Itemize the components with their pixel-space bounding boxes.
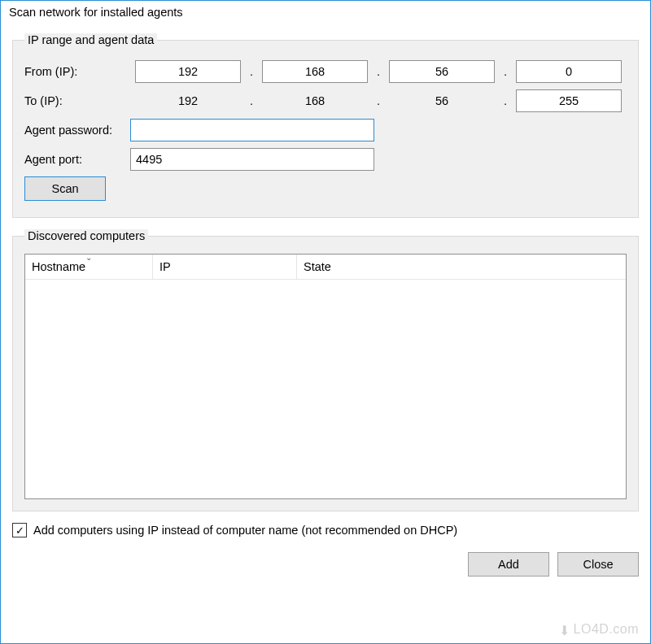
dot-icon: .: [500, 94, 511, 107]
add-button[interactable]: Add: [468, 552, 549, 577]
to-ip-label: To (IP):: [24, 94, 130, 107]
watermark: ⬇LO4D.com: [559, 621, 639, 637]
row-actions: Add Close: [12, 552, 639, 577]
to-ip-octet-3: 56: [389, 94, 495, 107]
dot-icon: .: [373, 65, 384, 78]
use-ip-checkbox[interactable]: ✓: [12, 523, 27, 537]
agent-password-input[interactable]: [130, 119, 374, 141]
agent-port-input[interactable]: [130, 148, 374, 171]
dot-icon: .: [246, 94, 257, 107]
group-discovered-legend: Discovered computers: [24, 229, 148, 242]
row-scan: Scan: [24, 176, 627, 201]
discovered-list-header: ⌄ Hostname IP State: [25, 255, 626, 280]
watermark-text: LO4D.com: [574, 622, 639, 636]
column-header-hostname[interactable]: ⌄ Hostname: [25, 255, 153, 279]
client-area: IP range and agent data From (IP): . . .…: [1, 22, 650, 585]
sort-indicator-icon: ⌄: [85, 254, 92, 262]
row-agent-password: Agent password:: [24, 118, 627, 142]
from-ip-octet-1[interactable]: [135, 60, 241, 83]
column-header-ip[interactable]: IP: [153, 255, 297, 279]
close-button[interactable]: Close: [557, 552, 639, 577]
column-header-state-label: State: [304, 260, 331, 273]
group-ip-range-legend: IP range and agent data: [24, 33, 157, 46]
title-bar: Scan network for installed agents: [1, 1, 650, 22]
group-discovered: Discovered computers ⌄ Hostname IP State: [12, 229, 639, 511]
row-to-ip: To (IP): 192 . 168 . 56 .: [24, 89, 627, 113]
from-ip-octet-3[interactable]: [389, 60, 495, 83]
row-agent-port: Agent port:: [24, 147, 627, 172]
from-ip-octet-4[interactable]: [516, 60, 622, 83]
column-header-state[interactable]: State: [297, 255, 626, 279]
scan-button[interactable]: Scan: [24, 176, 106, 201]
dialog-window: Scan network for installed agents IP ran…: [0, 0, 651, 644]
dot-icon: .: [246, 65, 257, 78]
use-ip-checkbox-label: Add computers using IP instead of comput…: [33, 524, 457, 537]
window-title: Scan network for installed agents: [9, 6, 183, 19]
to-ip-octet-1: 192: [135, 94, 241, 107]
download-icon: ⬇: [559, 623, 570, 638]
agent-password-label: Agent password:: [24, 124, 130, 137]
from-ip-label: From (IP):: [24, 65, 130, 78]
row-use-ip-checkbox: ✓ Add computers using IP instead of comp…: [12, 523, 639, 537]
column-header-ip-label: IP: [159, 260, 171, 273]
discovered-list[interactable]: ⌄ Hostname IP State: [24, 254, 627, 499]
to-ip-octet-4[interactable]: [516, 89, 622, 112]
group-ip-range: IP range and agent data From (IP): . . .…: [12, 33, 639, 218]
to-ip-octet-2: 168: [262, 94, 368, 107]
agent-port-label: Agent port:: [24, 153, 130, 166]
from-ip-fields: . . .: [130, 60, 627, 83]
to-ip-fields: 192 . 168 . 56 .: [130, 89, 627, 112]
column-header-hostname-label: Hostname: [32, 260, 85, 273]
dot-icon: .: [373, 94, 384, 107]
row-from-ip: From (IP): . . .: [24, 59, 627, 84]
from-ip-octet-2[interactable]: [262, 60, 368, 83]
dot-icon: .: [500, 65, 511, 78]
